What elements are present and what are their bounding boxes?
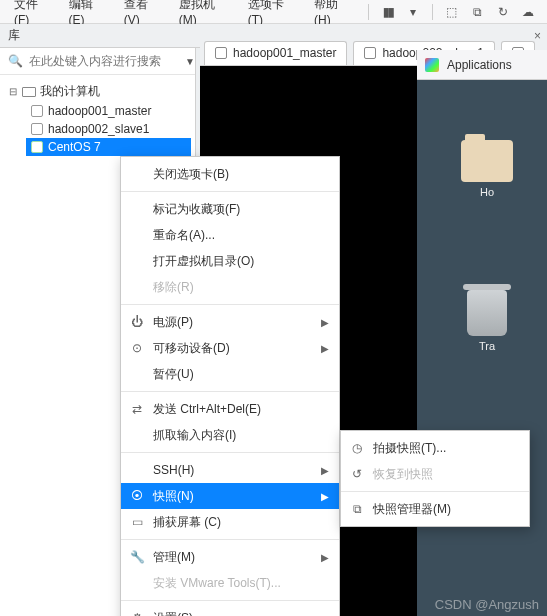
tab-hadoop001[interactable]: hadoop001_master [204, 41, 347, 65]
watermark: CSDN @Angzush [435, 597, 539, 612]
monitor-icon [22, 85, 36, 99]
desktop-icon-label: Tra [457, 340, 517, 352]
ctx-remove: 移除(R) [121, 274, 339, 300]
ctx-settings[interactable]: ⚙设置(S)... [121, 605, 339, 616]
snapshot-submenu: ◷拍摄快照(T)... ↺恢复到快照 ⧉快照管理器(M) [340, 430, 530, 527]
ctx-open-dir[interactable]: 打开虚拟机目录(O) [121, 248, 339, 274]
desktop-icon-label: Ho [457, 186, 517, 198]
expander-icon[interactable]: ⊟ [8, 86, 18, 97]
ctx-pause[interactable]: 暂停(U) [121, 361, 339, 387]
toolbar-icon-2[interactable]: ⧉ [466, 3, 488, 21]
snapshot-icon: ⦿ [129, 489, 145, 503]
wrench-icon: 🔧 [129, 550, 145, 564]
applications-label[interactable]: Applications [447, 58, 512, 72]
ctx-ssh[interactable]: SSH(H)▶ [121, 457, 339, 483]
chevron-right-icon: ▶ [321, 552, 329, 563]
tree-root[interactable]: ⊟ 我的计算机 [4, 81, 191, 102]
vm-icon [30, 122, 44, 136]
send-keys-icon: ⇄ [129, 402, 145, 416]
revert-icon: ↺ [349, 467, 365, 481]
chevron-right-icon: ▶ [321, 465, 329, 476]
tree-item-label: hadoop002_slave1 [48, 122, 149, 136]
ctx-power[interactable]: ⏻电源(P)▶ [121, 309, 339, 335]
divider [121, 452, 339, 453]
power-icon: ⏻ [129, 315, 145, 329]
ctx-manage[interactable]: 🔧管理(M)▶ [121, 544, 339, 570]
toolbar-snapshot-icon[interactable]: ☁ [518, 3, 540, 21]
toolbar-icon-1[interactable]: ⬚ [441, 3, 463, 21]
vm-tree: ⊟ 我的计算机 hadoop001_master hadoop002_slave… [0, 75, 195, 162]
vm-icon [215, 47, 227, 59]
guest-top-bar: Applications [417, 50, 547, 80]
sub-take-snapshot[interactable]: ◷拍摄快照(T)... [341, 435, 529, 461]
search-row: 🔍 ▼ [0, 48, 195, 75]
desktop-icon-home[interactable]: Ho [457, 140, 517, 198]
divider [341, 491, 529, 492]
folder-icon [461, 140, 513, 182]
search-input[interactable] [29, 54, 179, 68]
chevron-right-icon: ▶ [321, 491, 329, 502]
clock-icon: ◷ [349, 441, 365, 455]
toolbar-clock-icon[interactable]: ↻ [492, 3, 514, 21]
trash-icon [467, 290, 507, 336]
search-icon: 🔍 [8, 54, 23, 68]
vm-icon [30, 104, 44, 118]
pause-icon[interactable]: ▮▮ [377, 3, 399, 21]
separator [368, 4, 369, 20]
tree-item-label: hadoop001_master [48, 104, 151, 118]
vm-icon-running [30, 140, 44, 154]
power-dropdown-icon[interactable]: ▾ [402, 3, 424, 21]
tab-label: hadoop001_master [233, 46, 336, 60]
menu-bar: 文件(F) 编辑(E) 查看(V) 虚拟机(M) 选项卡(T) 帮助(H) ▮▮… [0, 0, 547, 24]
vm-icon [364, 47, 376, 59]
tree-item-hadoop002[interactable]: hadoop002_slave1 [26, 120, 191, 138]
divider [121, 191, 339, 192]
ctx-capture-screen[interactable]: ▭捕获屏幕 (C) [121, 509, 339, 535]
ctx-rename[interactable]: 重命名(A)... [121, 222, 339, 248]
context-menu: 关闭选项卡(B) 标记为收藏项(F) 重命名(A)... 打开虚拟机目录(O) … [120, 156, 340, 616]
tree-root-label: 我的计算机 [40, 83, 100, 100]
applications-icon[interactable] [425, 58, 439, 72]
gear-icon: ⚙ [129, 611, 145, 616]
tree-item-label: CentOS 7 [48, 140, 101, 154]
ctx-favorite[interactable]: 标记为收藏项(F) [121, 196, 339, 222]
separator [432, 4, 433, 20]
ctx-close-tab[interactable]: 关闭选项卡(B) [121, 161, 339, 187]
ctx-removable[interactable]: ⊙可移动设备(D)▶ [121, 335, 339, 361]
sub-revert-snapshot: ↺恢复到快照 [341, 461, 529, 487]
chevron-right-icon: ▶ [321, 343, 329, 354]
ctx-grab-input[interactable]: 抓取输入内容(I) [121, 422, 339, 448]
ctx-snapshot[interactable]: ⦿快照(N)▶ [121, 483, 339, 509]
chevron-right-icon: ▶ [321, 317, 329, 328]
divider [121, 391, 339, 392]
divider [121, 304, 339, 305]
manager-icon: ⧉ [349, 502, 365, 516]
tree-item-hadoop001[interactable]: hadoop001_master [26, 102, 191, 120]
sub-snapshot-manager[interactable]: ⧉快照管理器(M) [341, 496, 529, 522]
divider [121, 600, 339, 601]
library-title: 库 [0, 27, 28, 44]
device-icon: ⊙ [129, 341, 145, 355]
tree-item-centos7[interactable]: CentOS 7 [26, 138, 191, 156]
ctx-install-tools: 安装 VMware Tools(T)... [121, 570, 339, 596]
capture-icon: ▭ [129, 515, 145, 529]
desktop-icon-trash[interactable]: Tra [457, 290, 517, 352]
ctx-send-cad[interactable]: ⇄发送 Ctrl+Alt+Del(E) [121, 396, 339, 422]
guest-desktop[interactable]: Ho Tra [417, 80, 547, 616]
divider [121, 539, 339, 540]
search-dropdown-icon[interactable]: ▼ [185, 56, 195, 67]
